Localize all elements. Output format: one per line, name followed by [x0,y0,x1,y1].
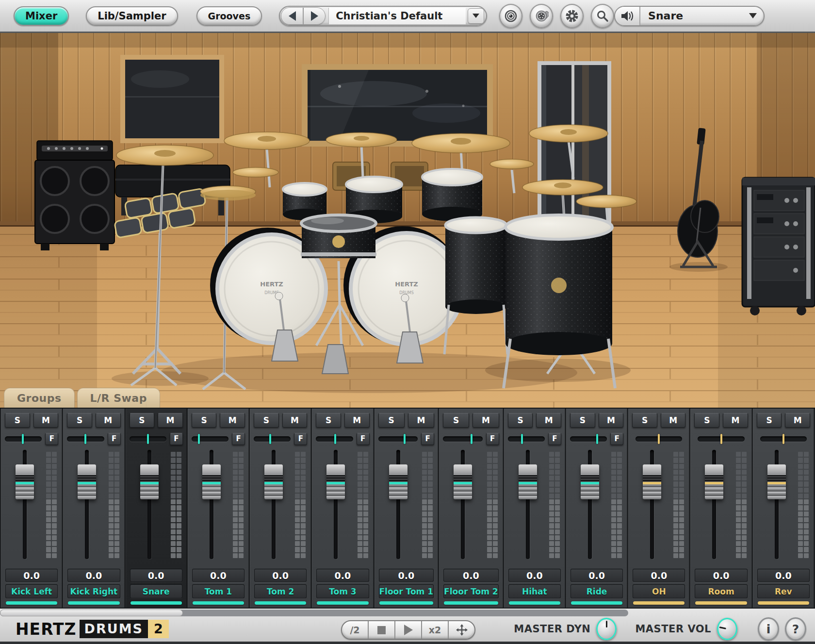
solo-button[interactable]: S [130,413,155,428]
channel-label[interactable]: Hihat [508,584,561,598]
pan-slider[interactable] [5,436,42,442]
fine-button[interactable]: F [610,433,623,445]
channel-value[interactable]: 0.0 [5,569,58,582]
preset-name-field[interactable]: Christian's Default [328,8,466,24]
channel-label[interactable]: Tom 2 [254,584,307,598]
volume-fader[interactable] [643,464,661,499]
channel-label[interactable]: Rev [757,584,810,598]
mixer-scrollbar-thumb[interactable] [0,610,183,616]
pan-slider[interactable] [508,436,545,442]
fine-button[interactable]: F [548,433,561,445]
mute-button[interactable]: M [96,413,121,428]
lib-sampler-tab-button[interactable]: Lib/Sampler [86,6,178,26]
solo-button[interactable]: S [508,413,533,428]
channel-label[interactable]: Tom 1 [192,584,244,598]
drag-midi-button[interactable] [448,621,474,639]
solo-button[interactable]: S [757,413,782,428]
mute-button[interactable]: M [785,413,810,428]
fine-button[interactable]: F [486,433,499,445]
fine-button[interactable]: F [294,433,307,445]
mute-button[interactable]: M [344,413,370,428]
channel-label[interactable]: Floor Tom 2 [443,584,499,598]
solo-button[interactable]: S [316,413,341,428]
volume-fader[interactable] [581,464,599,499]
tab-groups[interactable]: Groups [4,388,75,408]
tab-lr-swap[interactable]: L/R Swap [77,388,160,408]
channel-value[interactable]: 0.0 [570,569,623,582]
solo-button[interactable]: S [378,413,405,428]
volume-fader[interactable] [705,464,723,499]
instrument-selector[interactable]: Snare [614,6,765,26]
preset-prev-button[interactable] [281,8,303,24]
volume-fader[interactable] [767,464,786,499]
channel-label[interactable]: Snare [130,584,182,598]
mute-button[interactable]: M [661,413,686,428]
fine-button[interactable]: F [170,433,183,445]
pan-slider[interactable] [192,436,228,442]
master-vol-knob[interactable] [717,618,737,640]
fine-button[interactable]: F [232,433,245,445]
mute-button[interactable]: M [33,413,59,428]
mute-button[interactable]: M [599,413,624,428]
mute-button[interactable]: M [282,413,308,428]
mute-button[interactable]: M [158,413,183,428]
fine-button[interactable]: F [357,433,370,445]
instrument-dropdown-button[interactable] [742,13,764,18]
solo-button[interactable]: S [570,413,595,428]
midi-button[interactable] [530,4,553,28]
half-tempo-button[interactable]: /2 [342,621,368,639]
solo-button[interactable]: S [192,413,217,428]
audition-button[interactable] [615,7,640,25]
mute-button[interactable]: M [408,413,434,428]
grooves-tab-button[interactable]: Grooves [196,6,262,26]
mute-button[interactable]: M [723,413,748,428]
preset-next-button[interactable] [303,8,325,24]
pan-slider[interactable] [67,436,104,442]
snare-drum[interactable] [301,215,376,258]
fine-button[interactable]: F [421,433,434,445]
channel-label[interactable]: Ride [570,584,623,598]
solo-button[interactable]: S [254,413,279,428]
fine-button[interactable]: F [45,433,58,445]
volume-fader[interactable] [16,464,34,499]
pan-slider[interactable] [698,436,744,442]
mixer-tab-button[interactable]: Mixer [14,6,69,26]
pan-slider[interactable] [316,436,353,442]
channel-value[interactable]: 0.0 [757,569,810,582]
mute-button[interactable]: M [536,413,561,428]
stage-view[interactable]: HERTZ DRUMS HERTZ DRUMS [0,33,815,408]
solo-button[interactable]: S [443,413,469,428]
pan-slider[interactable] [130,436,166,442]
pan-slider[interactable] [636,436,682,442]
help-button[interactable]: ? [785,617,806,641]
channel-value[interactable]: 0.0 [130,569,182,582]
solo-button[interactable]: S [694,413,719,428]
solo-button[interactable]: S [632,413,657,428]
volume-fader[interactable] [454,464,472,499]
pan-slider[interactable] [378,436,418,442]
mute-button[interactable]: M [220,413,245,428]
channel-value[interactable]: 0.0 [508,569,561,582]
channel-value[interactable]: 0.0 [443,569,499,582]
play-button[interactable] [394,621,421,639]
stop-button[interactable] [368,621,394,639]
channel-label[interactable]: Kick Left [5,584,58,598]
double-tempo-button[interactable]: x2 [421,621,448,639]
volume-fader[interactable] [140,464,159,499]
preset-dropdown-button[interactable] [468,8,484,24]
volume-fader[interactable] [78,464,96,499]
channel-value[interactable]: 0.0 [316,569,369,582]
channel-label[interactable]: Room [695,584,747,598]
mute-button[interactable]: M [473,413,499,428]
search-button[interactable] [591,4,614,28]
channel-value[interactable]: 0.0 [67,569,120,582]
solo-button[interactable]: S [67,413,92,428]
volume-fader[interactable] [202,464,221,499]
channel-value[interactable]: 0.0 [254,569,307,582]
pan-slider[interactable] [443,436,483,442]
volume-fader[interactable] [389,464,408,499]
channel-label[interactable]: Kick Right [67,584,120,598]
channel-label[interactable]: Tom 3 [316,584,369,598]
solo-button[interactable]: S [5,413,30,428]
channel-label[interactable]: OH [633,584,685,598]
